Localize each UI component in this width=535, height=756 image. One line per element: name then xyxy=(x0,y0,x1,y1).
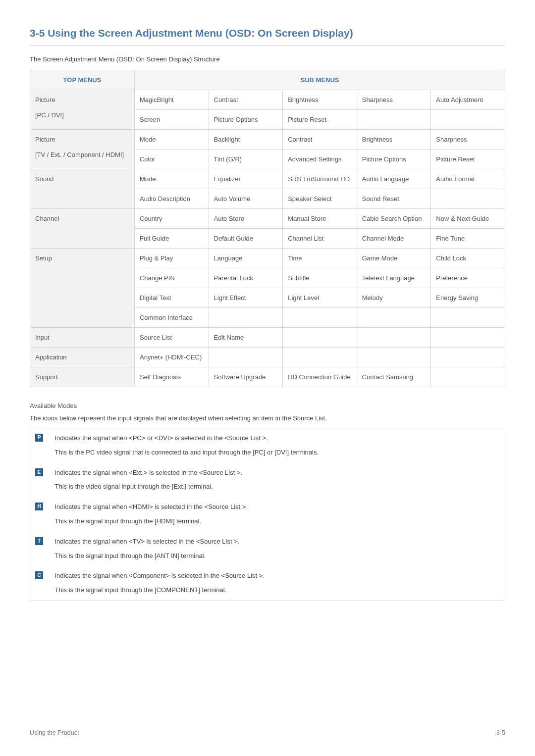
sub-menu-cell: Subtitle xyxy=(283,268,357,288)
sub-menu-cell: Preference xyxy=(431,268,505,288)
sub-menu-cell: Audio Format xyxy=(431,169,505,189)
mode-icon-h: H xyxy=(35,503,43,510)
mode-line-1: Indicates the signal when <Component> is… xyxy=(55,569,500,583)
sub-menu-cell xyxy=(209,348,283,367)
sub-menu-cell: Manual Store xyxy=(283,209,357,229)
sub-menu-cell xyxy=(431,367,505,387)
sub-menu-cell: Parental Lock xyxy=(209,268,283,288)
mode-line-1: Indicates the signal when <PC> or <DVI> … xyxy=(55,431,500,446)
mode-line-2: This is the signal input through the [AN… xyxy=(55,549,500,563)
sub-menu-cell: Game Mode xyxy=(357,249,431,268)
sub-menu-cell: Tint (G/R) xyxy=(209,150,283,169)
sub-menu-cell xyxy=(431,328,505,348)
mode-line-2: This is the signal input through the [HD… xyxy=(55,514,500,529)
mode-icon-t: T xyxy=(35,537,43,545)
mode-text-cell: Indicates the signal when <TV> is select… xyxy=(50,532,505,566)
sub-menu-cell xyxy=(357,308,431,328)
sub-menu-cell xyxy=(283,328,357,348)
sub-menu-cell: Backlight xyxy=(209,130,283,150)
page-heading: 3-5 Using the Screen Adjustment Menu (OS… xyxy=(30,27,505,46)
table-row: ApplicationAnynet+ (HDMI-CEC) xyxy=(30,348,505,367)
sub-menu-cell xyxy=(283,308,357,328)
intro-text: The Screen Adjustment Menu (OSD: On Scre… xyxy=(30,55,505,63)
sub-menu-cell: Plug & Play xyxy=(134,249,209,268)
mode-row: EIndicates the signal when <Ext.> is sel… xyxy=(30,463,505,498)
top-menu-cell: Channel xyxy=(30,209,135,249)
header-top-menus: TOP MENUS xyxy=(30,70,135,90)
sub-menu-cell xyxy=(209,308,283,328)
sub-menu-cell: Child Lock xyxy=(431,249,505,268)
sub-menu-cell: Software Upgrade xyxy=(209,367,283,387)
sub-menu-cell: Common Interface xyxy=(134,308,209,328)
mode-text-cell: Indicates the signal when <Ext.> is sele… xyxy=(50,463,505,498)
sub-menu-cell xyxy=(431,348,505,367)
sub-menu-cell: Teletext Language xyxy=(357,268,431,288)
top-menu-cell: Setup xyxy=(30,249,135,328)
sub-menu-cell: Audio Description xyxy=(134,189,209,209)
sub-menu-cell: SRS TruSurround HD xyxy=(283,169,357,189)
table-row: Picture[TV / Ext. / Component / HDMI]Mod… xyxy=(30,130,505,150)
sub-menu-cell: Default Guide xyxy=(209,229,283,249)
sub-menu-cell: Advanced Settings xyxy=(283,150,357,169)
mode-text-cell: Indicates the signal when <Component> is… xyxy=(50,566,505,601)
sub-menu-cell: Fine Tune xyxy=(431,229,505,249)
sub-menu-cell: Equalizer xyxy=(209,169,283,189)
top-menu-cell: Application xyxy=(30,348,135,367)
mode-text-cell: Indicates the signal when <PC> or <DVI> … xyxy=(50,428,505,463)
sub-menu-cell: Channel Mode xyxy=(357,229,431,249)
sub-menu-cell: Change PIN xyxy=(134,268,209,288)
mode-row: HIndicates the signal when <HDMI> is sel… xyxy=(30,497,505,532)
sub-menu-cell: Contrast xyxy=(283,130,357,150)
table-row: InputSource ListEdit Name xyxy=(30,328,505,348)
sub-menu-cell: MagicBright xyxy=(134,90,209,110)
header-sub-menus: SUB MENUS xyxy=(134,70,505,90)
table-header-row: TOP MENUS SUB MENUS xyxy=(30,70,505,90)
sub-menu-cell: Channel List xyxy=(283,229,357,249)
sub-menu-cell: Contact Samsung xyxy=(357,367,431,387)
top-menu-cell: Input xyxy=(30,328,135,348)
sub-menu-cell xyxy=(431,110,505,130)
sub-menu-cell: Light Effect xyxy=(209,288,283,308)
mode-line-2: This is the signal input through the [CO… xyxy=(55,583,500,598)
osd-structure-table: TOP MENUS SUB MENUS Picture[PC / DVI]Mag… xyxy=(30,70,505,387)
sub-menu-cell: Country xyxy=(134,209,209,229)
sub-menu-cell: Picture Reset xyxy=(283,110,357,130)
mode-icon-c: C xyxy=(35,571,43,579)
sub-menu-cell: Source List xyxy=(134,328,209,348)
sub-menu-cell: Edit Name xyxy=(209,328,283,348)
sub-menu-cell: Brightness xyxy=(357,130,431,150)
sub-menu-cell: Auto Volume xyxy=(209,189,283,209)
sub-menu-cell: Sharpness xyxy=(431,130,505,150)
sub-menu-cell: Speaker Select xyxy=(283,189,357,209)
sub-menu-cell: Picture Options xyxy=(209,110,283,130)
mode-text-cell: Indicates the signal when <HDMI> is sele… xyxy=(50,497,505,532)
sub-menu-cell xyxy=(357,328,431,348)
sub-menu-cell xyxy=(357,110,431,130)
available-modes-table: PIndicates the signal when <PC> or <DVI>… xyxy=(30,428,505,601)
sub-menu-cell: Screen xyxy=(134,110,209,130)
sub-menu-cell: Contrast xyxy=(209,90,283,110)
sub-menu-cell: Sound Reset xyxy=(357,189,431,209)
mode-line-2: This is the PC video signal that is conn… xyxy=(55,446,500,460)
sub-menu-cell: Now & Next Guide xyxy=(431,209,505,229)
mode-icon-cell: P xyxy=(30,428,50,463)
sub-menu-cell: HD Connection Guide xyxy=(283,367,357,387)
sub-menu-cell: Energy Saving xyxy=(431,288,505,308)
sub-menu-cell: Auto Store xyxy=(209,209,283,229)
available-modes-title: Available Modes xyxy=(30,402,505,409)
mode-row: PIndicates the signal when <PC> or <DVI>… xyxy=(30,428,505,463)
table-row: SoundModeEqualizerSRS TruSurround HDAudi… xyxy=(30,169,505,189)
sub-menu-cell xyxy=(357,348,431,367)
mode-icon-cell: T xyxy=(30,532,50,566)
table-row: SetupPlug & PlayLanguageTimeGame ModeChi… xyxy=(30,249,505,268)
sub-menu-cell: Self Diagnosis xyxy=(134,367,209,387)
sub-menu-cell: Mode xyxy=(134,130,209,150)
mode-icon-e: E xyxy=(35,468,43,476)
sub-menu-cell: Time xyxy=(283,249,357,268)
top-menu-cell: Picture[TV / Ext. / Component / HDMI] xyxy=(30,130,135,169)
sub-menu-cell: Brightness xyxy=(283,90,357,110)
table-row: SupportSelf DiagnosisSoftware UpgradeHD … xyxy=(30,367,505,387)
sub-menu-cell: Digital Text xyxy=(134,288,209,308)
sub-menu-cell xyxy=(431,308,505,328)
sub-menu-cell: Anynet+ (HDMI-CEC) xyxy=(134,348,209,367)
